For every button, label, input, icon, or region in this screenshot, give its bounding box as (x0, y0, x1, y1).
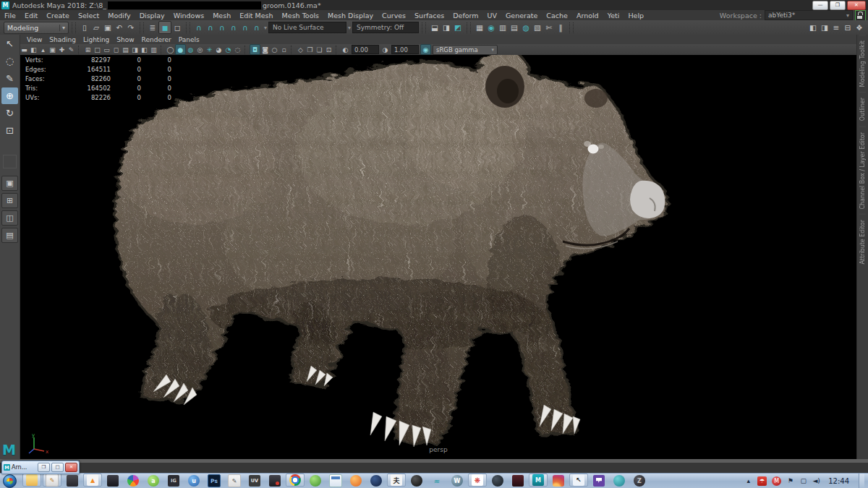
shaded-mode-icon[interactable]: ● (175, 44, 186, 55)
sidebar-tab[interactable]: Channel Box / Layer Editor (859, 127, 866, 215)
menu-item[interactable]: Mesh (208, 12, 235, 20)
menu-item[interactable]: Arnold (572, 12, 603, 20)
green-ball-app-icon[interactable]: a (148, 475, 159, 487)
dark-red-app-icon[interactable] (512, 475, 524, 487)
hypershade-icon[interactable]: ◍ (520, 22, 532, 33)
menu-item[interactable]: Modify (103, 12, 135, 20)
menu-item[interactable]: Help (624, 12, 648, 20)
exposure-icon[interactable]: ◐ (341, 45, 350, 54)
dark-chip-app-icon[interactable] (67, 475, 78, 487)
xray-mode-icon[interactable]: ◘ (250, 44, 260, 55)
viewport-select-camera-icon[interactable]: ▬ (20, 45, 29, 54)
runner-app-icon[interactable]: 夫 (391, 474, 402, 486)
colorspace-dropdown[interactable]: sRGB gamma ▾ (433, 45, 498, 55)
isolate-select-icon[interactable]: ◇ (296, 45, 305, 54)
layout-single-pane-icon[interactable]: ▣ (1, 176, 18, 191)
panel-menu-item[interactable]: Lighting (80, 36, 113, 43)
grid-toggle-icon[interactable]: ⊞ (83, 45, 93, 54)
bookmark-icon[interactable]: ▴ (38, 45, 48, 54)
last-tool-slot[interactable] (3, 155, 17, 168)
menu-item[interactable]: Display (135, 12, 169, 20)
render-settings-icon[interactable]: ▤ (509, 22, 520, 33)
view-transform-icon[interactable]: ◉ (420, 44, 431, 55)
sidebar-tab[interactable]: Attribute Editor (859, 214, 866, 270)
menu-item[interactable]: Windows (169, 12, 208, 20)
fast-interaction-icon[interactable]: ⬓ (429, 22, 441, 33)
safe-action-icon[interactable]: ◨ (130, 45, 140, 54)
show-desktop-button[interactable] (859, 474, 864, 488)
light-editor-icon[interactable]: ▧ (532, 22, 543, 33)
snap-options-arrow-icon[interactable]: ▾ (263, 22, 268, 33)
menu-item[interactable]: Select (74, 12, 103, 20)
gamma-field[interactable]: 1.00 (391, 45, 419, 54)
teal-sphere-app-icon[interactable] (613, 475, 625, 487)
twitch-icon[interactable] (593, 475, 605, 487)
gamma-icon[interactable]: ◑ (380, 45, 390, 54)
redo-icon[interactable]: ↷ (125, 22, 137, 33)
uvlayout-icon[interactable]: UV (249, 475, 260, 487)
gate-mask-icon[interactable]: ◻ (111, 45, 121, 54)
menu-set-dropdown[interactable]: Modeling ▾ (4, 22, 69, 34)
render-view-icon[interactable]: ✄ (543, 22, 555, 33)
undo-icon[interactable]: ↶ (114, 22, 125, 33)
snap-grid-icon[interactable]: ∩ (193, 22, 205, 33)
menu-item[interactable]: Create (42, 12, 74, 20)
pause-viewport-icon[interactable]: ‖ (555, 22, 566, 33)
snap-view-plane-icon[interactable]: ∩ (239, 22, 251, 33)
layout-two-pane-icon[interactable]: ◫ (1, 210, 18, 226)
render-current-frame-icon[interactable]: ▦ (474, 22, 485, 33)
mini-maximize-button[interactable]: □ (51, 463, 64, 472)
sidebar-tab[interactable]: Outliner (859, 92, 866, 126)
wordpress-icon[interactable]: W (451, 475, 463, 487)
tool-settings-toggle-icon[interactable]: ◨ (819, 22, 830, 33)
make-live-icon[interactable]: ∩ (251, 22, 263, 33)
ig-app-icon[interactable]: IG (168, 475, 179, 487)
dark-sphere-app-icon[interactable] (492, 475, 503, 487)
layout-outliner-persp-icon[interactable]: ▤ (1, 228, 18, 243)
paste-view-icon[interactable]: ❏ (315, 45, 324, 54)
paint-select-tool-icon[interactable]: ✎ (1, 70, 18, 87)
chrome-icon[interactable] (289, 474, 301, 486)
panel-menu-item[interactable]: Panels (175, 36, 203, 43)
panel-menu-item[interactable]: Shading (46, 36, 80, 43)
menu-item[interactable]: Curves (378, 12, 410, 20)
menu-item[interactable]: Surfaces (410, 12, 448, 20)
photoshop-icon[interactable]: Ps (208, 474, 221, 487)
safe-title-icon[interactable]: ◧ (140, 45, 149, 54)
hud-toggle-icon[interactable]: ▥ (149, 45, 158, 54)
taskbar-clock[interactable]: 12:44 (825, 477, 854, 485)
menu-item[interactable]: Edit (20, 12, 42, 20)
rotate-tool-icon[interactable]: ↻ (1, 105, 18, 121)
select-object-icon[interactable]: ◼ (158, 21, 171, 34)
snap-point-icon[interactable]: ∩ (216, 22, 228, 33)
teal-glyph-app-icon[interactable]: ≈ (431, 475, 443, 487)
camera-attributes-icon[interactable]: ◧ (29, 45, 38, 54)
film-gate-icon[interactable]: □ (93, 45, 102, 54)
new-scene-icon[interactable]: ▯ (79, 22, 90, 33)
workspace-dropdown[interactable]: abYeti3* ▾ (765, 10, 853, 20)
copy-view-icon[interactable]: ❐ (305, 45, 315, 54)
render-sequence-icon[interactable]: ▥ (497, 22, 509, 33)
menu-item[interactable]: Mesh Tools (278, 12, 323, 20)
start-button[interactable] (3, 474, 17, 488)
xray-joints-icon[interactable]: ◙ (260, 45, 270, 54)
two-d-pan-zoom-icon[interactable]: ✚ (57, 45, 67, 54)
menu-item[interactable]: Yeti (603, 12, 624, 20)
lasso-tool-icon[interactable]: ◌ (1, 53, 18, 69)
restore-button[interactable]: ❐ (830, 1, 846, 10)
scale-tool-icon[interactable]: ⊡ (1, 122, 18, 139)
bear-model[interactable] (20, 55, 857, 459)
film-app-icon[interactable] (107, 475, 119, 487)
arnold-mini-window[interactable]: M Arn... ❐□✕ (1, 461, 80, 474)
layout-four-pane-icon[interactable]: ⊞ (1, 193, 18, 208)
paint-app-icon[interactable]: ✎ (46, 474, 59, 487)
viewport-canvas[interactable]: Verts: 82297 0 0 Edges: 164511 0 0 Faces… (20, 55, 857, 459)
menu-item[interactable]: Deform (448, 12, 482, 20)
outliner-toggle-icon[interactable]: ⊟ (842, 22, 854, 33)
menu-item[interactable]: File (0, 12, 20, 20)
workspace-lock-icon[interactable] (855, 10, 866, 21)
snap-curve-icon[interactable]: ∩ (205, 22, 216, 33)
menu-item[interactable]: Edit Mesh (235, 12, 277, 20)
select-component-icon[interactable]: ◻ (171, 22, 183, 33)
panel-menu-item[interactable]: Show (113, 36, 137, 43)
